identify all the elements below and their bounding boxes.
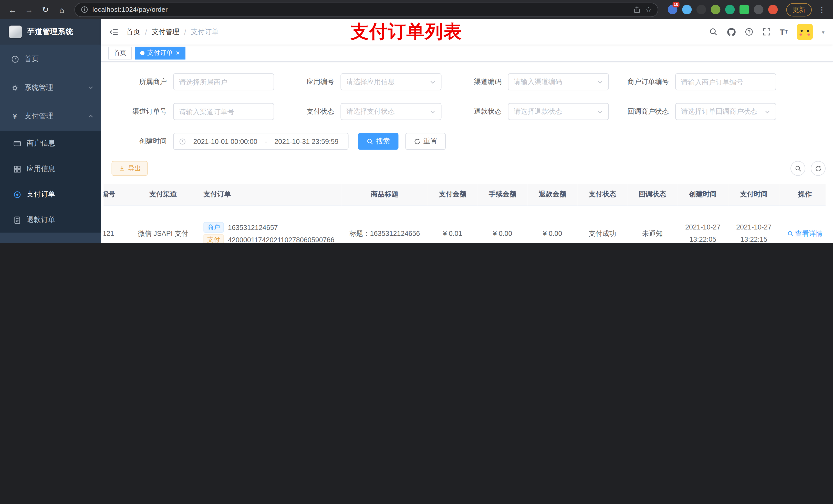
create-time-range-picker[interactable]: 2021-10-01 00:00:00 - 2021-10-31 23:59:5… [173, 133, 348, 149]
channel-order-no-field[interactable] [179, 107, 268, 116]
browser-profile-avatar[interactable] [768, 5, 778, 14]
column-header-order: 支付订单 [197, 184, 341, 205]
chevron-up-icon [88, 114, 94, 119]
pay-status-select[interactable]: 请选择支付状态 [340, 103, 441, 120]
pay-order-no: 4200001174202110278060590766 [228, 236, 335, 243]
yen-icon: ¥ [10, 112, 19, 121]
sidebar-item-refund-order[interactable]: 退款订单 [0, 207, 101, 233]
search-icon[interactable] [709, 28, 717, 36]
target-icon [13, 190, 21, 198]
filter-label-merchant-order-no: 商户订单编号 [614, 77, 675, 87]
column-header-fee: 手续金额 [478, 184, 528, 205]
sidebar-item-pay-order[interactable]: 支付订单 [0, 182, 101, 207]
cell-channel: 微信 JSAPI 支付 [129, 205, 197, 243]
column-header-actions: 操作 [780, 184, 826, 205]
cell-id: 121 [103, 205, 129, 243]
cell-title: 标题：1635312124656 [342, 205, 428, 243]
breadcrumb-home[interactable]: 首页 [126, 27, 140, 37]
bookmark-star-icon[interactable]: ☆ [645, 5, 652, 14]
url-text[interactable]: localhost:1024/pay/order [93, 6, 629, 13]
notify-status-select[interactable]: 请选择订单回调商户状态 [675, 103, 776, 120]
chevron-down-icon [764, 109, 770, 115]
font-size-icon[interactable]: TT [780, 28, 788, 36]
merchant-order-no-field[interactable] [681, 78, 770, 86]
sidebar-item-system[interactable]: 系统管理 [0, 73, 101, 102]
browser-update-button[interactable]: 更新 [786, 3, 812, 16]
column-header-pay-time: 支付时间 [728, 184, 779, 205]
app-select[interactable]: 请选择应用信息 [340, 73, 441, 90]
sidebar-logo[interactable]: 芋道管理系统 [0, 19, 101, 45]
sidebar-item-payment[interactable]: ¥ 支付管理 [0, 102, 101, 130]
export-button[interactable]: 导出 [112, 161, 148, 176]
sidebar-item-app-info[interactable]: 应用信息 [0, 156, 101, 182]
browser-reload-button[interactable]: ↻ [38, 2, 52, 17]
payment-submenu: 商户信息 应用信息 支付订单 [0, 130, 101, 233]
sidebar-item-label: 首页 [24, 54, 39, 64]
search-icon [787, 230, 793, 237]
github-icon[interactable] [727, 27, 736, 37]
sidebar-item-label: 应用信息 [27, 164, 55, 174]
view-detail-link[interactable]: 查看详情 [787, 229, 823, 238]
filter-label-pay-status: 支付状态 [279, 107, 341, 116]
extension-icon-3[interactable] [696, 5, 706, 14]
extension-icon-6[interactable] [739, 5, 749, 14]
cell-actions: 查看详情 [780, 205, 826, 243]
help-icon[interactable] [745, 28, 753, 36]
browser-back-button[interactable]: ← [5, 2, 20, 17]
card-icon [13, 139, 21, 147]
date-end[interactable]: 2021-10-31 23:59:59 [270, 137, 343, 145]
sidebar-item-merchant-info[interactable]: 商户信息 [0, 130, 101, 156]
merchant-input-field[interactable] [179, 78, 268, 86]
close-icon[interactable]: × [176, 49, 180, 56]
sidebar-item-label: 支付订单 [27, 190, 55, 199]
user-avatar[interactable] [797, 24, 813, 40]
tab-pay-order[interactable]: 支付订单 × [135, 46, 185, 59]
filter-label-channel-order-no: 渠道订单号 [112, 107, 173, 116]
share-icon[interactable] [634, 6, 641, 13]
breadcrumb-payment[interactable]: 支付管理 [152, 27, 179, 37]
pay-tag: 支付 [204, 234, 223, 243]
filter-form: 所属商户 应用编号 请选择应用信息 [112, 73, 826, 150]
tab-home[interactable]: 首页 [109, 46, 132, 59]
fullscreen-icon[interactable] [762, 28, 771, 36]
page-content: 所属商户 应用编号 请选择应用信息 [101, 62, 833, 243]
main-area: 首页 / 支付管理 / 支付订单 支付订单列表 [101, 19, 833, 243]
app-title: 芋道管理系统 [27, 27, 73, 37]
page-title: 支付订单列表 [351, 20, 462, 44]
browser-forward-button[interactable]: → [22, 2, 36, 17]
refund-status-select[interactable]: 请选择退款状态 [508, 103, 609, 120]
avatar-caret-icon[interactable]: ▾ [822, 29, 824, 35]
cell-pay-time: 2021-10-27 13:22:15 [728, 205, 779, 243]
top-navbar: 首页 / 支付管理 / 支付订单 支付订单列表 [101, 19, 833, 45]
search-button[interactable]: 搜索 [358, 133, 399, 149]
extension-icon-2[interactable] [682, 5, 692, 14]
reset-button[interactable]: 重置 [405, 133, 446, 149]
merchant-order-no-input[interactable] [675, 73, 776, 90]
chevron-down-icon [88, 85, 94, 90]
breadcrumb-separator: / [184, 28, 186, 36]
cell-order: 商户 1635312124657 支付 42000011742021102780… [197, 205, 341, 243]
extension-icon-1[interactable]: 10 [668, 5, 677, 14]
cell-notify: 未通知 [627, 205, 677, 243]
browser-home-button[interactable]: ⌂ [55, 2, 69, 17]
app-frame: 芋道管理系统 首页 系统管理 ¥ 支付管理 [0, 19, 833, 243]
channel-code-select[interactable]: 请输入渠道编码 [508, 73, 609, 90]
channel-order-no-input[interactable] [173, 103, 274, 120]
merchant-tag: 商户 [204, 222, 223, 233]
address-bar[interactable]: localhost:1024/pay/order ☆ [74, 2, 658, 17]
navbar-actions: TT ▾ [709, 24, 825, 40]
merchant-input[interactable] [173, 73, 274, 90]
extension-icon-4[interactable] [711, 5, 720, 14]
sidebar-fold-icon[interactable] [110, 28, 118, 36]
extension-icon-5[interactable] [725, 5, 735, 14]
extension-icon-7[interactable] [754, 5, 763, 14]
date-start[interactable]: 2021-10-01 00:00:00 [189, 137, 262, 145]
sidebar-item-infrastructure[interactable]: 基础设施 [0, 233, 101, 243]
sidebar-item-label: 基础设施 [24, 242, 53, 243]
browser-menu-icon[interactable]: ⋮ [816, 5, 828, 14]
cell-refund: ¥ 0.00 [527, 205, 577, 243]
site-info-icon[interactable] [81, 6, 88, 13]
toggle-search-button[interactable] [790, 161, 805, 176]
sidebar-item-home[interactable]: 首页 [0, 45, 101, 73]
refresh-button[interactable] [811, 161, 826, 176]
